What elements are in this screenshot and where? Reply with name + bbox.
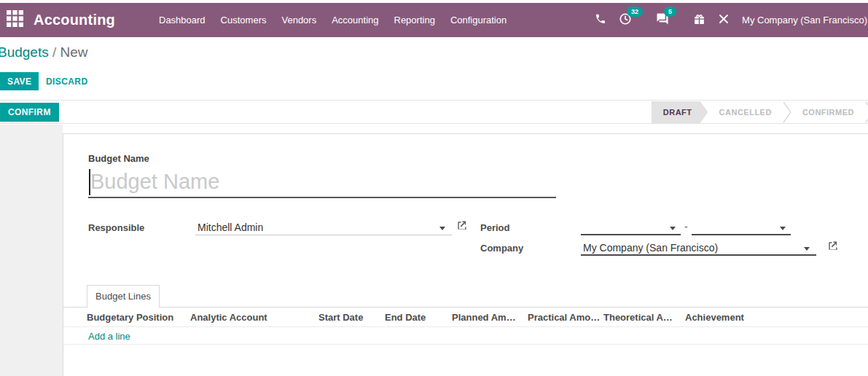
tab-budget-lines[interactable]: Budget Lines (87, 285, 160, 308)
period-end-field[interactable] (692, 219, 791, 235)
apps-grid-icon (7, 10, 23, 30)
main-menu: Dashboard Customers Vendors Accounting R… (159, 15, 507, 26)
breadcrumb: Budgets / New (0, 44, 88, 60)
apps-menu-button[interactable] (0, 10, 29, 30)
menu-accounting[interactable]: Accounting (332, 15, 378, 26)
status-pipeline: DRAFT CANCELLED CONFIRMED (652, 101, 868, 123)
responsible-label: Responsible (88, 222, 144, 233)
messages-button[interactable]: 5 (656, 12, 669, 28)
save-button[interactable]: SAVE (0, 72, 39, 90)
breadcrumb-current: New (60, 44, 88, 60)
status-draft[interactable]: DRAFT (652, 101, 708, 123)
responsible-external-link-icon[interactable] (456, 220, 467, 234)
menu-dashboard[interactable]: Dashboard (159, 15, 206, 26)
col-practical-amount: Practical Amo… (528, 308, 600, 327)
budget-lines-header-row: Budgetary Position Analytic Account Star… (63, 308, 868, 327)
message-count-badge: 5 (664, 7, 676, 17)
app-name[interactable]: Accounting (34, 12, 115, 28)
period-start-dropdown-caret-icon[interactable] (670, 227, 676, 230)
col-analytic-account: Analytic Account (190, 308, 267, 327)
navbar-systray: 32 5 My Company (San Francisco) (595, 12, 868, 28)
add-a-line-link[interactable]: Add a line (88, 328, 130, 345)
menu-customers[interactable]: Customers (221, 15, 267, 26)
menu-configuration[interactable]: Configuration (450, 15, 507, 26)
form-content-area: Budget Name Responsible Mitchell Admin P… (0, 125, 868, 376)
chevron-separator-icon (865, 101, 868, 123)
col-end-date: End Date (385, 308, 426, 327)
activity-count-badge: 32 (627, 7, 643, 17)
activities-button[interactable]: 32 (619, 12, 632, 28)
status-cancelled[interactable]: CANCELLED (708, 101, 783, 123)
period-label: Period (480, 222, 509, 233)
budget-name-label: Budget Name (88, 153, 149, 164)
chevron-separator-icon (783, 101, 791, 123)
responsible-field[interactable]: Mitchell Admin (195, 219, 452, 235)
responsible-dropdown-caret-icon[interactable] (439, 227, 445, 230)
menu-vendors[interactable]: Vendors (281, 15, 316, 26)
company-dropdown-caret-icon[interactable] (804, 247, 810, 251)
company-external-link-icon[interactable] (827, 240, 838, 254)
budget-name-input[interactable] (88, 168, 556, 198)
budget-lines-empty-row: Add a line (63, 328, 868, 345)
discard-button[interactable]: DISCARD (46, 72, 87, 90)
status-confirmed[interactable]: CONFIRMED (791, 101, 865, 123)
confirm-button[interactable]: CONFIRM (0, 103, 59, 122)
col-achievement: Achievement (685, 308, 744, 327)
form-sheet: Budget Name Responsible Mitchell Admin P… (63, 133, 868, 376)
gift-icon (693, 13, 705, 28)
text-cursor (89, 169, 90, 195)
period-end-dropdown-caret-icon[interactable] (780, 227, 786, 230)
company-switcher[interactable]: My Company (San Francisco) (742, 15, 867, 26)
company-label: Company (480, 243, 523, 254)
period-range-dash: - (684, 221, 688, 232)
left-gutter (0, 125, 63, 376)
statusbar-row: CONFIRM DRAFT CANCELLED CONFIRMED (0, 100, 868, 124)
breadcrumb-separator: / (52, 44, 56, 60)
news-button[interactable] (693, 13, 705, 28)
period-start-field[interactable] (581, 219, 681, 235)
phone-icon (595, 13, 606, 27)
col-planned-amount: Planned Am… (452, 308, 516, 327)
company-field[interactable]: My Company (San Francisco) (581, 240, 816, 256)
breadcrumb-budgets-link[interactable]: Budgets (0, 44, 49, 60)
col-start-date: Start Date (318, 308, 363, 327)
odoo-accounting-window: Accounting Dashboard Customers Vendors A… (0, 0, 868, 376)
voip-phone-button[interactable] (595, 13, 606, 27)
crossed-tools-icon (718, 13, 730, 27)
support-tools-button[interactable] (718, 13, 730, 27)
menu-reporting[interactable]: Reporting (394, 15, 435, 26)
col-budgetary-position: Budgetary Position (87, 308, 173, 327)
top-navbar: Accounting Dashboard Customers Vendors A… (0, 3, 868, 37)
col-theoretical-amount: Theoretical A… (603, 308, 673, 327)
